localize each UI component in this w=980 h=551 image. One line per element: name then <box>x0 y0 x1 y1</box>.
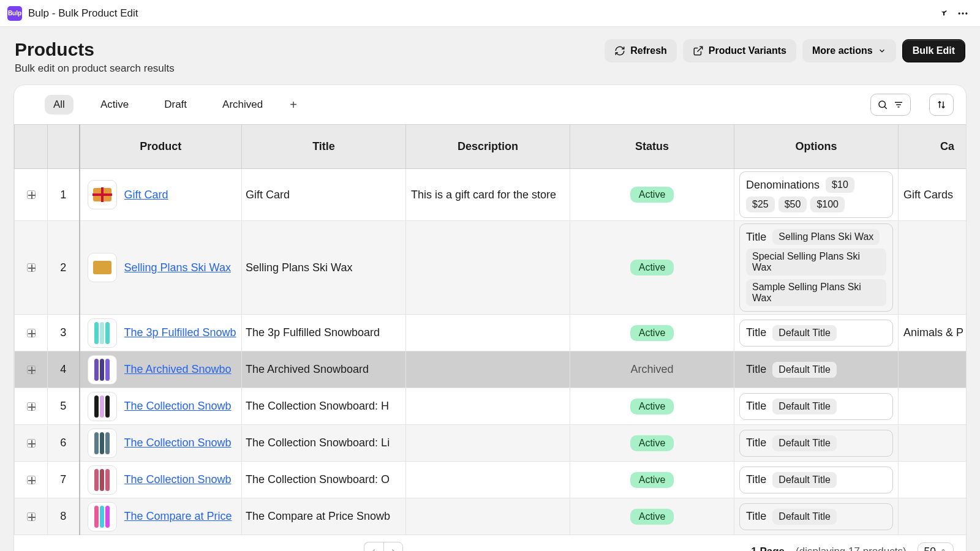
category-cell[interactable]: Animals & P <box>899 315 967 351</box>
search-filter-button[interactable] <box>870 94 911 116</box>
status-cell[interactable]: Active <box>570 388 734 425</box>
refresh-icon <box>614 45 625 56</box>
expand-row-button[interactable] <box>27 263 36 272</box>
title-cell[interactable]: The Archived Snowboard <box>242 351 406 388</box>
tab-active[interactable]: Active <box>92 95 137 114</box>
svg-line-4 <box>884 107 887 109</box>
title-cell[interactable]: The Collection Snowboard: Li <box>242 425 406 462</box>
stepper-icon <box>940 547 947 551</box>
description-cell[interactable] <box>406 498 570 535</box>
title-cell[interactable]: The Compare at Price Snowb <box>242 498 406 535</box>
options-cell[interactable]: TitleDefault Title <box>734 315 899 351</box>
description-cell[interactable] <box>406 315 570 351</box>
pin-icon[interactable] <box>933 4 953 23</box>
title-cell[interactable]: Gift Card <box>242 169 406 221</box>
tab-all[interactable]: All <box>45 95 74 114</box>
expand-row-button[interactable] <box>27 476 36 484</box>
product-link[interactable]: The 3p Fulfilled Snowb <box>124 326 236 339</box>
description-cell[interactable] <box>406 462 570 498</box>
status-cell[interactable]: Active <box>570 462 734 498</box>
table-row: 3 The 3p Fulfilled Snowb The 3p Fulfille… <box>15 315 967 351</box>
tab-archived[interactable]: Archived <box>214 95 271 114</box>
add-tab-button[interactable]: + <box>290 98 297 112</box>
expand-row-button[interactable] <box>27 439 36 448</box>
table-row: 4 The Archived Snowbo The Archived Snowb… <box>15 351 967 388</box>
status-badge: Archived <box>630 363 673 375</box>
expand-row-button[interactable] <box>27 190 36 199</box>
description-cell[interactable] <box>406 425 570 462</box>
options-cell[interactable]: TitleSelling Plans Ski WaxSpecial Sellin… <box>734 221 899 315</box>
row-number: 5 <box>48 388 80 425</box>
category-cell[interactable] <box>899 498 967 535</box>
status-badge: Active <box>630 435 674 451</box>
title-cell[interactable]: The 3p Fulfilled Snowboard <box>242 315 406 351</box>
refresh-button[interactable]: Refresh <box>605 39 677 62</box>
options-cell[interactable]: TitleDefault Title <box>734 388 899 425</box>
category-cell[interactable] <box>899 425 967 462</box>
col-options[interactable]: Options <box>734 125 899 169</box>
col-category[interactable]: Ca <box>899 125 967 169</box>
more-actions-button[interactable]: More actions <box>802 39 896 62</box>
description-cell[interactable] <box>406 221 570 315</box>
product-link[interactable]: The Collection Snowb <box>124 400 232 413</box>
product-link[interactable]: The Collection Snowb <box>124 473 232 486</box>
product-link[interactable]: Selling Plans Ski Wax <box>124 261 231 274</box>
page-size-select[interactable]: 50 <box>918 542 954 552</box>
category-cell[interactable] <box>899 221 967 315</box>
search-icon <box>877 99 888 110</box>
variants-button[interactable]: Product Variants <box>683 39 796 62</box>
description-cell[interactable]: This is a gift card for the store <box>406 169 570 221</box>
expand-row-button[interactable] <box>27 512 36 521</box>
category-cell[interactable]: Gift Cards <box>899 169 967 221</box>
product-link[interactable]: The Collection Snowb <box>124 437 232 449</box>
options-cell[interactable]: TitleDefault Title <box>734 351 899 388</box>
status-cell[interactable]: Active <box>570 315 734 351</box>
product-link[interactable]: The Archived Snowbo <box>124 363 232 376</box>
expand-row-button[interactable] <box>27 365 36 374</box>
product-thumbnail <box>88 318 117 348</box>
options-cell[interactable]: TitleDefault Title <box>734 462 899 498</box>
status-cell[interactable]: Active <box>570 425 734 462</box>
option-chip: $50 <box>778 197 807 212</box>
product-thumbnail <box>88 180 117 209</box>
next-page-button[interactable] <box>383 542 403 551</box>
options-cell[interactable]: Denominations$10$25$50$100 <box>734 169 899 221</box>
tab-draft[interactable]: Draft <box>156 95 195 114</box>
row-number: 2 <box>48 221 80 315</box>
status-cell[interactable]: Active <box>570 498 734 535</box>
product-thumbnail <box>88 253 117 282</box>
title-cell[interactable]: The Collection Snowboard: O <box>242 462 406 498</box>
status-cell[interactable]: Active <box>570 169 734 221</box>
product-link[interactable]: The Compare at Price <box>124 510 232 523</box>
option-chip: Default Title <box>772 435 836 451</box>
option-chip: Special Selling Plans Ski Wax <box>746 249 886 276</box>
more-icon[interactable] <box>953 4 973 23</box>
col-title[interactable]: Title <box>242 125 406 169</box>
description-cell[interactable] <box>406 351 570 388</box>
title-cell[interactable]: The Collection Snowboard: H <box>242 388 406 425</box>
bulk-edit-button[interactable]: Bulk Edit <box>902 39 965 62</box>
option-chip: Sample Selling Plans Ski Wax <box>746 279 886 306</box>
status-cell[interactable]: Active <box>570 221 734 315</box>
status-cell[interactable]: Archived <box>570 351 734 388</box>
expand-row-button[interactable] <box>27 402 36 411</box>
sort-button[interactable] <box>929 94 954 116</box>
options-cell[interactable]: TitleDefault Title <box>734 425 899 462</box>
prev-page-button[interactable] <box>364 542 383 551</box>
expand-row-button[interactable] <box>27 329 36 337</box>
category-cell[interactable] <box>899 351 967 388</box>
title-cell[interactable]: Selling Plans Ski Wax <box>242 221 406 315</box>
category-cell[interactable] <box>899 462 967 498</box>
product-link[interactable]: Gift Card <box>124 189 168 201</box>
description-cell[interactable] <box>406 388 570 425</box>
col-description[interactable]: Description <box>406 125 570 169</box>
col-product[interactable]: Product <box>80 125 242 169</box>
options-cell[interactable]: TitleDefault Title <box>734 498 899 535</box>
col-num <box>48 125 80 169</box>
topbar: Bulp Bulp - Bulk Product Edit <box>0 0 980 27</box>
header-actions: Refresh Product Variants More actions Bu… <box>605 39 965 62</box>
table-row: 2 Selling Plans Ski Wax Selling Plans Sk… <box>15 221 967 315</box>
category-cell[interactable] <box>899 388 967 425</box>
col-status[interactable]: Status <box>570 125 734 169</box>
option-name: Title <box>746 437 766 449</box>
